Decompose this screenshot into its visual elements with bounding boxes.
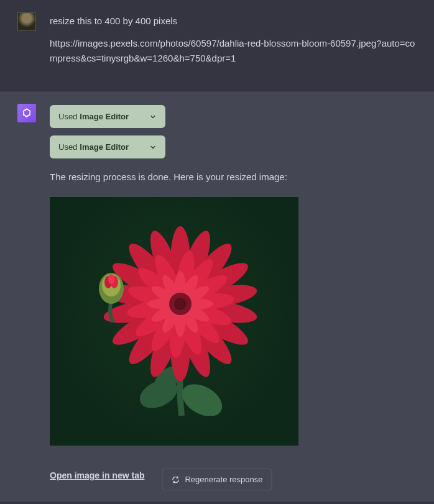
svg-point-53: [108, 274, 114, 284]
user-url-text: https://images.pexels.com/photos/60597/d…: [50, 36, 417, 66]
assistant-response-text: The resizing process is done. Here is yo…: [50, 170, 417, 185]
user-avatar: [17, 12, 36, 31]
flower-bud-illustration: [90, 267, 133, 323]
openai-logo-icon: [21, 107, 33, 119]
open-image-link[interactable]: Open image in new tab: [50, 470, 144, 480]
tool-chip-prefix: Used: [58, 142, 77, 152]
assistant-avatar: [17, 104, 36, 122]
refresh-icon: [171, 475, 180, 484]
svg-point-48: [174, 298, 187, 310]
assistant-message-content: Used Image Editor Used Image Editor The …: [50, 104, 417, 484]
tool-chip-image-editor[interactable]: Used Image Editor: [50, 105, 165, 128]
regenerate-label: Regenerate response: [185, 475, 262, 484]
tool-chip-name: Image Editor: [80, 142, 129, 152]
user-message-content: resize this to 400 by 400 pixels https:/…: [50, 12, 417, 73]
chevron-down-icon: [149, 113, 157, 121]
tool-chip-name: Image Editor: [80, 112, 129, 121]
tool-chip-image-editor[interactable]: Used Image Editor: [50, 135, 165, 158]
tool-chip-prefix: Used: [58, 112, 77, 121]
regenerate-button[interactable]: Regenerate response: [162, 469, 272, 490]
resized-image[interactable]: [50, 197, 298, 446]
assistant-message: Used Image Editor Used Image Editor The …: [0, 91, 434, 502]
user-prompt-text: resize this to 400 by 400 pixels: [50, 14, 417, 29]
user-message: resize this to 400 by 400 pixels https:/…: [0, 0, 434, 91]
chevron-down-icon: [149, 144, 157, 151]
